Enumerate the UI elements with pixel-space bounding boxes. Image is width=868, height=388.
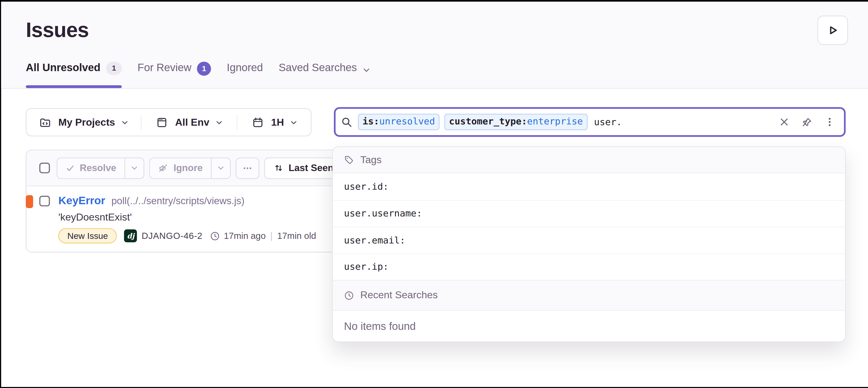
page-header: Issues All Unresolved 1 For Review 1 Ign… [1, 2, 868, 89]
tab-bar: All Unresolved 1 For Review 1 Ignored Sa… [26, 57, 370, 89]
search-menu-dots-icon[interactable] [825, 117, 835, 127]
check-icon [66, 163, 74, 172]
autocomplete-item[interactable]: user.email: [333, 227, 845, 253]
time-range-label: 1H [271, 117, 284, 128]
tags-header-label: Tags [360, 154, 381, 166]
project-filter-label: My Projects [58, 117, 115, 128]
django-platform-icon: dj [124, 229, 137, 243]
ignore-button[interactable]: Ignore [150, 157, 211, 179]
page-title: Issues [26, 19, 89, 42]
mute-icon [158, 163, 168, 173]
tab-label: All Unresolved [26, 61, 100, 75]
autocomplete-empty-message: No items found [333, 311, 845, 342]
calendar-icon [252, 117, 264, 128]
play-button[interactable] [817, 16, 848, 45]
issue-search-bar[interactable]: is:unresolved customer_type:enterprise u… [334, 107, 845, 137]
ellipsis-icon [243, 163, 253, 173]
search-token-is-unresolved[interactable]: is:unresolved [358, 114, 439, 130]
token-key: is: [363, 116, 379, 127]
environment-filter-dropdown[interactable]: All Env [142, 109, 237, 136]
tab-count-badge: 1 [197, 61, 211, 75]
project-filter-dropdown[interactable]: My Projects [26, 109, 141, 136]
token-key: customer_type: [449, 116, 527, 127]
ignore-label: Ignore [174, 162, 203, 173]
resolve-split-button: Resolve [57, 157, 144, 179]
sort-by-label: Last Seen [288, 162, 334, 173]
chevron-down-icon [217, 164, 225, 172]
environment-filter-label: All Env [175, 117, 209, 128]
projects-folder-icon [39, 117, 51, 128]
error-level-indicator [26, 195, 33, 208]
resolve-label: Resolve [80, 162, 116, 173]
tab-label: Saved Searches [279, 61, 357, 75]
issue-checkbox[interactable] [39, 196, 50, 206]
select-all-checkbox[interactable] [39, 163, 50, 173]
search-icon [341, 117, 352, 128]
search-actions [779, 117, 835, 128]
autocomplete-item[interactable]: user.username: [333, 200, 845, 227]
autocomplete-tags-header: Tags [333, 147, 845, 173]
token-value: enterprise [527, 116, 583, 127]
clear-search-icon[interactable] [779, 117, 790, 127]
issue-last-seen: 17min ago [224, 231, 266, 241]
issue-culprit: poll(../../sentry/scripts/views.js) [112, 195, 245, 207]
tab-label: For Review [137, 61, 191, 75]
issue-times: 17min ago | 17min old [210, 230, 316, 241]
tab-all-unresolved[interactable]: All Unresolved 1 [26, 57, 122, 89]
chevron-down-icon [216, 119, 223, 126]
environment-window-icon [156, 117, 168, 128]
page-filter-bar: My Projects All Env 1H [26, 108, 311, 136]
sort-arrows-icon [274, 163, 283, 172]
clock-icon [210, 231, 220, 241]
play-icon [827, 24, 839, 36]
more-actions-button[interactable] [236, 157, 259, 179]
autocomplete-item[interactable]: user.ip: [333, 253, 845, 280]
time-separator: | [270, 230, 273, 241]
ignore-dropdown-button[interactable] [211, 157, 231, 179]
issue-title-link[interactable]: KeyError [58, 194, 105, 207]
time-range-dropdown[interactable]: 1H [238, 109, 311, 136]
autocomplete-item[interactable]: user.id: [333, 173, 845, 200]
new-issue-badge: New Issue [58, 228, 117, 243]
pin-search-icon[interactable] [801, 117, 813, 128]
chevron-down-icon [131, 164, 138, 172]
resolve-dropdown-button[interactable] [125, 157, 144, 179]
tab-saved-searches[interactable]: Saved Searches [279, 57, 370, 89]
issue-age: 17min old [277, 231, 316, 241]
issue-short-id: DJANGO-46-2 [142, 231, 203, 241]
autocomplete-recent-header: Recent Searches [333, 280, 845, 311]
chevron-down-icon [121, 119, 129, 126]
sort-by-button[interactable]: Last Seen [265, 157, 343, 179]
chevron-down-icon [363, 64, 370, 77]
resolve-button[interactable]: Resolve [57, 157, 125, 179]
tab-ignored[interactable]: Ignored [227, 57, 263, 89]
search-autocomplete-dropdown: Tags user.id: user.username: user.email:… [332, 146, 845, 342]
app-window: Issues All Unresolved 1 For Review 1 Ign… [0, 0, 868, 388]
tab-count-badge: 1 [106, 61, 122, 75]
tag-icon [344, 155, 354, 165]
tab-for-review[interactable]: For Review 1 [137, 57, 211, 89]
recent-searches-label: Recent Searches [360, 289, 438, 301]
search-typed-text[interactable]: user. [594, 117, 622, 127]
clock-icon [344, 290, 354, 300]
ignore-split-button: Ignore [150, 157, 231, 179]
search-token-customer-type[interactable]: customer_type:enterprise [444, 114, 587, 130]
token-value: unresolved [379, 116, 435, 127]
tab-label: Ignored [227, 61, 263, 75]
chevron-down-icon [290, 119, 298, 126]
